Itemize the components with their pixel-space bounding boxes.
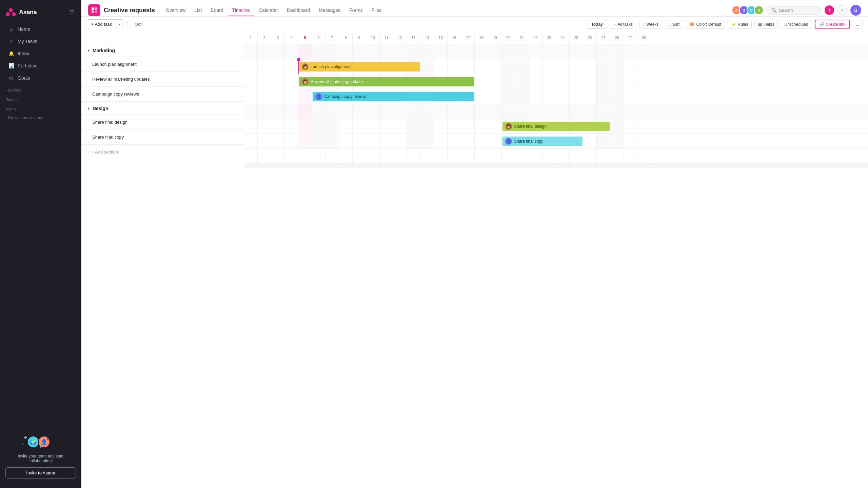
day-cell-add-26 <box>583 149 597 163</box>
task-row-campaign-copy[interactable]: Campaign copy reviews <box>81 87 244 102</box>
sidebar-item-portfolios[interactable]: 📊 Portfolios <box>3 60 79 72</box>
day-cell-t4-15 <box>434 119 448 134</box>
day-cell-t2-2 <box>258 74 271 89</box>
tab-dashboard[interactable]: Dashboard <box>283 5 314 16</box>
invite-dot-1 <box>47 438 49 440</box>
task-bar-t2[interactable]: 👩Review all marketing updates <box>299 77 474 86</box>
tab-overview[interactable]: Overview <box>162 5 190 16</box>
task-row-share-final-copy[interactable]: Share final copy <box>81 130 244 145</box>
day-cell-design-header-6 <box>312 104 326 119</box>
day-cell-add-27 <box>597 149 610 163</box>
day-cell-t1-19 <box>488 59 502 74</box>
tab-board[interactable]: Board <box>206 5 227 16</box>
weeks-icon: ↕ <box>643 22 645 27</box>
timeline-section-header-design <box>244 104 868 119</box>
day-cell-t4-5 <box>298 119 312 134</box>
design-chevron[interactable]: ▼ <box>87 106 91 110</box>
today-button[interactable]: Today <box>587 20 607 29</box>
day-cell-t5-6 <box>312 134 326 148</box>
timeline-row-t5: 👤Share final copy <box>244 134 868 149</box>
day-cell-t4-11 <box>380 119 393 134</box>
add-task-dropdown-btn[interactable]: ▾ <box>116 20 123 28</box>
day-cell-t1-29 <box>624 59 637 74</box>
add-task-main-btn[interactable]: + Add task <box>87 20 116 29</box>
sidebar-item-my-tasks[interactable]: ✓ My Tasks <box>3 36 79 47</box>
task-row-share-final-design[interactable]: Share final design <box>81 115 244 130</box>
day-cell-t5-11 <box>380 134 393 148</box>
timeline-row-t3: 👤Campaign copy reviews <box>244 89 868 104</box>
tab-forms[interactable]: Forms <box>345 5 367 16</box>
day-header-27: 27 <box>597 32 610 44</box>
rules-button[interactable]: ⚡ Rules <box>728 20 752 29</box>
day-cell-design-header-22 <box>529 104 542 119</box>
unscheduled-label: Unscheduled <box>784 22 808 27</box>
day-cell-marketing-header-16 <box>448 44 461 59</box>
user-avatar[interactable]: U <box>850 5 861 16</box>
svg-rect-6 <box>95 11 97 13</box>
sidebar-item-inbox[interactable]: 🔔 Inbox <box>3 48 79 59</box>
task-bar-t3[interactable]: 👤Campaign copy reviews <box>313 92 474 101</box>
left-header-spacer <box>81 32 244 44</box>
add-task-button[interactable]: + Add task ▾ <box>87 19 123 29</box>
search-box[interactable]: 🔍 <box>767 6 821 15</box>
day-cell-add-24 <box>556 149 570 163</box>
day-header-30: 30 <box>637 32 651 44</box>
day-cell-marketing-header-26 <box>583 44 597 59</box>
day-cell-marketing-header-5 <box>298 44 312 59</box>
color-label: Color: Default <box>696 22 721 27</box>
sidebar-item-goals-label: Goals <box>18 75 30 81</box>
day-header-15: 15 <box>434 32 448 44</box>
sort-button[interactable]: ↕ Sort <box>665 20 683 29</box>
help-button[interactable]: ? <box>837 5 847 15</box>
unscheduled-button[interactable]: Unscheduled <box>781 20 812 29</box>
marketing-chevron[interactable]: ▼ <box>87 48 91 53</box>
task-bar-t4[interactable]: 👩Share final design <box>502 122 610 131</box>
day-cell-design-header-24 <box>556 104 570 119</box>
day-header-11: 11 <box>380 32 393 44</box>
target-icon: ◎ <box>8 75 14 81</box>
color-button[interactable]: 🎨 Color: Default <box>686 20 725 29</box>
task-bar-t1[interactable]: 👩Launch plan alignment <box>299 62 420 72</box>
day-cell-marketing-header-24 <box>556 44 570 59</box>
sidebar-item-browse-teams[interactable]: Browse more teams <box>3 113 79 123</box>
sidebar-item-home[interactable]: ⌂ Home <box>3 23 79 35</box>
tab-calendar[interactable]: Calendar <box>255 5 282 16</box>
day-cell-marketing-header-8 <box>339 44 353 59</box>
link-icon: 🔗 <box>820 22 825 27</box>
task-bar-t5[interactable]: 👤Share final copy <box>502 137 583 146</box>
day-cell-design-header-20 <box>502 104 515 119</box>
day-cell-marketing-header-21 <box>515 44 529 59</box>
weeks-button[interactable]: ↕ Weeks <box>639 20 662 29</box>
day-header-23: 23 <box>542 32 556 44</box>
add-section-button[interactable]: + + Add section <box>81 145 244 159</box>
all-tasks-button[interactable]: ○ All tasks <box>610 20 636 29</box>
create-link-button[interactable]: 🔗 Create link <box>815 20 850 29</box>
day-cell-design-header-3 <box>271 104 285 119</box>
add-button[interactable]: + <box>825 5 834 15</box>
day-cell-add-10 <box>366 149 380 163</box>
day-cell-t3-19 <box>488 89 502 104</box>
day-cell-t2-28 <box>610 74 624 89</box>
section-design: ▼ Design Share final design Share final … <box>81 102 244 145</box>
invite-button[interactable]: Invite to Asana <box>5 467 76 479</box>
fields-button[interactable]: ▦ Fields <box>754 20 778 29</box>
section-marketing: ▼ Marketing Launch plan alignment Review… <box>81 44 244 102</box>
day-cell-marketing-header-2 <box>258 44 271 59</box>
day-cell-t1-27 <box>597 59 610 74</box>
toolbar: + Add task ▾ Oct Today ○ All tasks ↕ Wee… <box>81 17 868 32</box>
more-button[interactable]: ... <box>853 20 863 29</box>
search-input[interactable] <box>779 8 817 13</box>
tab-timeline[interactable]: Timeline <box>228 5 254 16</box>
sidebar-item-goals[interactable]: ◎ Goals <box>3 72 79 84</box>
tab-files[interactable]: Files <box>368 5 386 16</box>
day-cell-design-header-15 <box>434 104 448 119</box>
task-row-launch-plan[interactable]: Launch plan alignment <box>81 57 244 72</box>
day-header-17: 17 <box>461 32 475 44</box>
day-cell-t1-16 <box>448 59 461 74</box>
day-header-13: 13 <box>407 32 420 44</box>
task-row-review-marketing[interactable]: Review all marketing updates <box>81 72 244 87</box>
tab-messages[interactable]: Messages <box>315 5 344 16</box>
hamburger-button[interactable]: ☰ <box>68 7 76 17</box>
tab-list[interactable]: List <box>190 5 206 16</box>
horizontal-scrollbar[interactable] <box>244 164 868 168</box>
